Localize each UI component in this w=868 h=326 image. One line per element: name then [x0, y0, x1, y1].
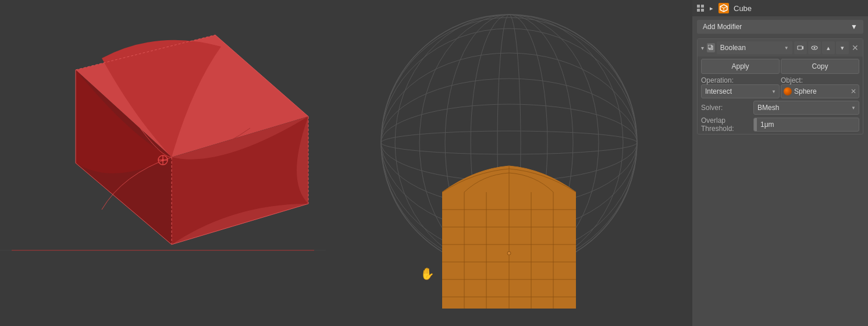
modifier-close-button[interactable]: ✕: [851, 42, 860, 54]
svg-point-16: [162, 159, 164, 161]
solver-label: Solver:: [701, 104, 753, 112]
op-object-row: Operation: Intersect Union Difference Ob…: [701, 76, 859, 98]
modifier-properties: Operation: Intersect Union Difference Ob…: [698, 76, 863, 132]
svg-rect-48: [701, 9, 704, 12]
solver-row: Solver: BMesh Exact: [701, 100, 859, 115]
modifier-down-icon[interactable]: ▾: [836, 41, 849, 54]
modifier-eye-icon[interactable]: [808, 41, 821, 54]
svg-point-58: [813, 47, 815, 49]
object-value: Sphere: [794, 87, 848, 95]
object-section: Object: Sphere ✕: [781, 76, 859, 98]
threshold-row: Overlap Threshold: 1μm: [701, 117, 859, 132]
object-field[interactable]: Sphere ✕: [781, 84, 859, 98]
modifier-topbar: ▾ Boolean: [698, 39, 863, 56]
operation-label: Operation:: [701, 76, 753, 84]
panel-header: ▸ Cube: [692, 0, 868, 16]
svg-text:✋: ✋: [420, 267, 435, 281]
sphere-icon: [784, 87, 792, 95]
modifier-up-icon[interactable]: ▴: [822, 41, 835, 54]
svg-rect-55: [798, 46, 802, 49]
operation-select[interactable]: Intersect Union Difference: [701, 84, 780, 98]
header-icons: ▸: [696, 3, 716, 13]
svg-rect-54: [708, 45, 712, 48]
properties-icon[interactable]: [696, 3, 705, 13]
modifier-copy-icon[interactable]: [707, 43, 715, 52]
threshold-value: 1μm: [757, 121, 779, 129]
operation-section: Operation: Intersect Union Difference: [701, 76, 780, 98]
add-modifier-chevron: ▼: [851, 23, 858, 31]
solver-control: BMesh Exact: [753, 101, 859, 115]
modifier-collapse-arrow[interactable]: ▾: [700, 45, 705, 51]
solver-select[interactable]: BMesh Exact: [753, 101, 859, 115]
object-label: Object:: [781, 76, 833, 84]
modifier-camera-icon[interactable]: [794, 41, 807, 54]
properties-panel: ▸ Cube Add Modifier ▼ ▾: [692, 0, 868, 326]
apply-copy-row: Apply Copy: [698, 56, 863, 76]
threshold-control: 1μm: [753, 118, 859, 132]
modifier-icon-row: ▴ ▾: [794, 41, 849, 54]
modifier-block: ▾ Boolean: [697, 38, 863, 134]
viewport-left[interactable]: [0, 0, 326, 326]
operation-select-wrapper[interactable]: Intersect Union Difference: [701, 84, 780, 98]
svg-line-51: [724, 6, 727, 8]
svg-line-50: [720, 6, 724, 8]
modifier-type-select[interactable]: Boolean: [717, 41, 792, 54]
copy-button[interactable]: Copy: [781, 59, 859, 74]
modifier-type-wrapper[interactable]: Boolean: [717, 41, 792, 54]
threshold-label: Overlap Threshold:: [701, 116, 753, 133]
solver-select-wrapper[interactable]: BMesh Exact: [753, 101, 859, 115]
object-clear-button[interactable]: ✕: [851, 87, 856, 95]
svg-point-42: [507, 251, 511, 255]
object-name: Cube: [734, 4, 752, 13]
add-modifier-button[interactable]: Add Modifier ▼: [697, 20, 863, 34]
add-modifier-section: Add Modifier ▼: [692, 16, 868, 37]
viewport-right[interactable]: 🖐 ✋: [326, 0, 692, 326]
svg-rect-47: [697, 9, 700, 12]
nav-icon[interactable]: ▸: [707, 3, 716, 13]
svg-rect-46: [701, 5, 704, 8]
add-modifier-label: Add Modifier: [703, 23, 742, 31]
svg-rect-45: [697, 5, 700, 8]
threshold-field[interactable]: 1μm: [753, 118, 859, 132]
apply-button[interactable]: Apply: [701, 59, 780, 74]
svg-marker-56: [802, 46, 803, 49]
object-type-icon: [718, 3, 729, 13]
